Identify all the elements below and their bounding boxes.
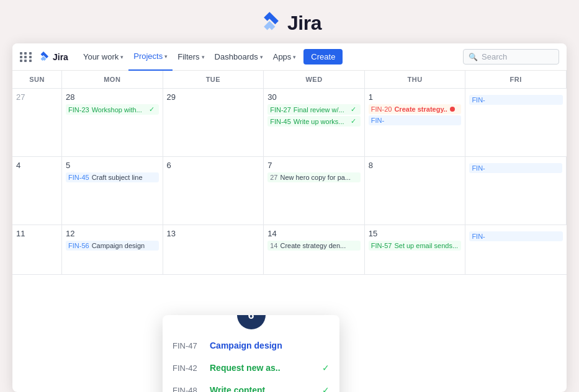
create-button[interactable]: Create — [303, 49, 343, 65]
header-fri: FRI — [465, 71, 567, 88]
your-work-chevron: ▾ — [120, 54, 123, 60]
event-fin20[interactable]: FIN-20 Create strategy.. — [369, 104, 462, 114]
header-sun: SUN — [12, 71, 62, 88]
popup-ticket-id-0: FIN-47 — [173, 341, 205, 350]
dashboards-chevron: ▾ — [260, 54, 263, 60]
event-fin-fri3[interactable]: FIN- — [469, 231, 563, 241]
jira-logo-text: Jira — [287, 12, 321, 35]
day-num: 14 — [267, 229, 361, 238]
app-window: Jira Your work ▾ Projects ▾ Filters ▾ Da… — [12, 43, 567, 392]
popup-ticket-title-2: Write content — [210, 385, 317, 392]
nav-projects[interactable]: Projects ▾ — [128, 43, 173, 71]
cell-fri-9[interactable]: FIN- — [465, 157, 567, 225]
event-fin-fri2[interactable]: FIN- — [469, 163, 562, 173]
day-num: 1 — [369, 92, 462, 102]
event-fin27[interactable]: FIN-27 Final review w/... ✓ — [267, 104, 361, 115]
search-placeholder: Search — [482, 52, 507, 61]
event-fin23[interactable]: FIN-23 Workshop with... ✓ — [66, 104, 159, 115]
popup-badge: 6 — [237, 315, 266, 329]
cell-sun-11[interactable]: 11 — [12, 225, 62, 274]
day-num: 27 — [16, 92, 58, 102]
event-fin45-mon[interactable]: FIN-45 Craft subject line — [66, 172, 159, 182]
search-box[interactable]: 🔍 Search — [463, 49, 559, 65]
navbar: Jira Your work ▾ Projects ▾ Filters ▾ Da… — [12, 43, 567, 71]
day-num: 30 — [267, 92, 361, 102]
header-mon: MON — [62, 71, 163, 88]
calendar-row-2: 4 5 FIN-45 Craft subject line 6 7 27 New… — [12, 157, 567, 225]
popup-ticket-title-1: Request new as.. — [210, 363, 317, 373]
cell-mon-12[interactable]: 12 FIN-56 Campaign design — [62, 225, 163, 274]
cell-sun-27[interactable]: 27 — [12, 89, 62, 156]
header-tue: TUE — [163, 71, 264, 88]
jira-logo: Jira — [258, 11, 321, 35]
day-num: 28 — [66, 92, 159, 102]
cell-fri-16[interactable]: FIN- — [465, 225, 567, 274]
header-wed: WED — [264, 71, 365, 88]
day-num: 4 — [16, 161, 58, 170]
cell-mon-28[interactable]: 28 FIN-23 Workshop with... ✓ — [62, 89, 163, 156]
cell-wed-30[interactable]: 30 FIN-27 Final review w/... ✓ FIN-45 Wr… — [264, 89, 365, 156]
event-fin56[interactable]: FIN-56 Campaign design — [66, 241, 159, 251]
popup-check-2: ✓ — [322, 385, 330, 392]
popup-check-1: ✓ — [322, 363, 330, 373]
filters-chevron: ▾ — [202, 54, 205, 60]
event-14-wed[interactable]: 14 Create strategy den... — [267, 241, 361, 251]
calendar-header: SUN MON TUE WED THU FRI — [12, 71, 567, 89]
popup-ticket-title-0: Campaign design — [210, 341, 330, 350]
check-icon: ✓ — [149, 105, 156, 114]
check-icon: ✓ — [351, 105, 358, 114]
popup-ticket-id-1: FIN-42 — [173, 363, 205, 373]
day-num: 5 — [66, 161, 159, 170]
day-num: 29 — [167, 92, 260, 102]
event-fin-thu1[interactable]: FIN- — [369, 115, 462, 125]
check-icon: ✓ — [351, 117, 358, 125]
day-num: 7 — [267, 161, 361, 170]
search-icon: 🔍 — [469, 53, 478, 61]
cell-tue-13[interactable]: 13 — [163, 225, 264, 274]
cell-thu-15[interactable]: 15 FIN-57 Set up email sends... — [365, 225, 466, 274]
event-fin45[interactable]: FIN-45 Write up works... ✓ — [267, 116, 361, 127]
top-header: Jira — [0, 0, 579, 43]
nav-dashboards[interactable]: Dashboards ▾ — [210, 43, 268, 71]
nav-brand-icon — [37, 51, 50, 63]
day-num: 11 — [16, 229, 58, 238]
nav-apps[interactable]: Apps ▾ — [268, 43, 302, 71]
day-num: 15 — [369, 229, 462, 238]
day-num: 8 — [369, 161, 462, 170]
popup-items: FIN-47 Campaign design FIN-42 Request ne… — [163, 329, 339, 392]
grid-icon[interactable] — [20, 52, 32, 62]
day-num: 6 — [167, 161, 260, 170]
day-num: 13 — [167, 229, 260, 238]
calendar: SUN MON TUE WED THU FRI 27 28 FIN-23 Wor… — [12, 71, 567, 275]
nav-brand-text: Jira — [53, 52, 68, 62]
event-fin-fri1[interactable]: FIN- — [469, 95, 563, 105]
day-num: 12 — [66, 229, 159, 238]
calendar-row-3: 11 12 FIN-56 Campaign design 13 14 14 Cr… — [12, 225, 567, 275]
cell-tue-29[interactable]: 29 — [163, 89, 264, 156]
header-thu: THU — [365, 71, 466, 88]
nav-filters[interactable]: Filters ▾ — [173, 43, 209, 71]
cell-wed-14[interactable]: 14 14 Create strategy den... — [264, 225, 365, 274]
cell-wed-7[interactable]: 7 27 New hero copy for pa... — [264, 157, 365, 225]
calendar-row-1: 27 28 FIN-23 Workshop with... ✓ 29 30 FI… — [12, 89, 567, 157]
event-27-wed[interactable]: 27 New hero copy for pa... — [267, 172, 361, 182]
popup-ticket-id-2: FIN-48 — [173, 386, 205, 393]
nav-your-work[interactable]: Your work ▾ — [78, 43, 128, 71]
popup-item-0[interactable]: FIN-47 Campaign design — [163, 334, 339, 357]
nav-brand[interactable]: Jira — [37, 51, 68, 63]
popup-item-2[interactable]: FIN-48 Write content ✓ — [163, 379, 339, 392]
event-fin57[interactable]: FIN-57 Set up email sends... — [369, 241, 462, 251]
popup-overlay: 6 FIN-47 Campaign design FIN-42 Request … — [163, 315, 339, 392]
event-popup: 6 FIN-47 Campaign design FIN-42 Request … — [163, 315, 339, 392]
cell-fri-2[interactable]: FIN- — [465, 89, 567, 156]
apps-chevron: ▾ — [293, 54, 296, 60]
cell-tue-6[interactable]: 6 — [163, 157, 264, 225]
alert-dot — [450, 107, 455, 112]
cell-thu-1[interactable]: 1 FIN-20 Create strategy.. FIN- — [365, 89, 466, 156]
cell-sun-4[interactable]: 4 — [12, 157, 62, 225]
cell-thu-8[interactable]: 8 — [365, 157, 466, 225]
jira-logo-icon — [258, 11, 281, 35]
cell-mon-5[interactable]: 5 FIN-45 Craft subject line — [62, 157, 163, 225]
projects-chevron: ▾ — [164, 53, 168, 60]
popup-item-1[interactable]: FIN-42 Request new as.. ✓ — [163, 357, 339, 379]
